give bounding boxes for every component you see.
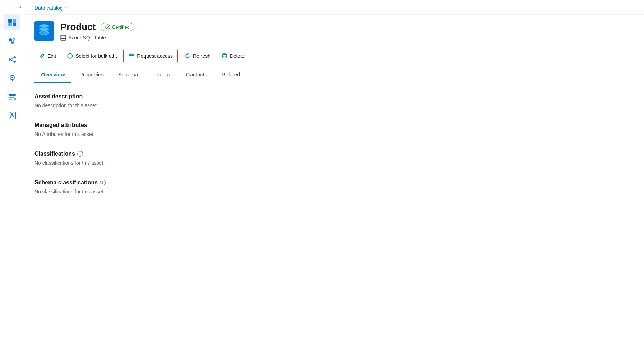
managed-attributes-value: No Attributes for this asset. — [34, 131, 634, 137]
svg-rect-34 — [61, 35, 66, 40]
bulk-edit-label: Select for bulk edit — [75, 53, 117, 59]
classifications-value: No classifications for this asset. — [34, 160, 634, 166]
classifications-title: Classifications i — [34, 151, 634, 157]
certified-icon — [105, 24, 110, 29]
schema-classifications-info-icon[interactable]: i — [100, 180, 106, 185]
svg-rect-1 — [13, 19, 16, 23]
certified-label: Certified — [112, 24, 129, 30]
refresh-icon — [184, 53, 191, 59]
breadcrumb: Data catalog › — [24, 0, 644, 15]
sidebar-item-management[interactable] — [4, 89, 20, 105]
main-content: Data catalog › SQL Product — [24, 0, 644, 362]
edit-icon — [39, 53, 45, 59]
delete-label: Delete — [230, 53, 244, 59]
tab-schema[interactable]: Schema — [112, 66, 144, 83]
tab-properties[interactable]: Properties — [73, 66, 110, 83]
sidebar-item-data-map[interactable] — [4, 33, 20, 49]
edit-button[interactable]: Edit — [34, 50, 60, 62]
svg-point-10 — [9, 58, 11, 61]
svg-rect-3 — [13, 23, 16, 26]
header-title-row: Product Certified — [60, 22, 134, 33]
svg-rect-20 — [9, 97, 14, 98]
asset-description-value: No description for this asset. — [34, 103, 634, 108]
schema-classifications-title: Schema classifications i — [34, 179, 634, 186]
content-area: Asset description No description for thi… — [24, 83, 644, 362]
expand-icon[interactable]: » — [18, 4, 21, 10]
table-icon — [60, 35, 66, 41]
breadcrumb-label[interactable]: Data catalog — [34, 5, 63, 11]
classifications-section: Classifications i No classifications for… — [34, 151, 634, 166]
refresh-button[interactable]: Refresh — [180, 50, 215, 62]
tab-overview[interactable]: Overview — [34, 66, 71, 83]
delete-button[interactable]: Delete — [217, 50, 249, 62]
managed-attributes-section: Managed attributes No Attributes for thi… — [34, 122, 634, 137]
svg-point-26 — [11, 113, 13, 116]
tab-contacts[interactable]: Contacts — [180, 66, 214, 83]
schema-classifications-section: Schema classifications i No classificati… — [34, 179, 634, 194]
bulk-edit-button[interactable]: Select for bulk edit — [62, 50, 121, 62]
delete-icon — [221, 53, 228, 59]
svg-point-12 — [14, 61, 16, 63]
tabs: Overview Properties Schema Lineage Conta… — [24, 66, 644, 83]
svg-text:SQL: SQL — [41, 31, 48, 35]
svg-point-18 — [11, 77, 13, 78]
request-access-label: Request access — [137, 53, 173, 59]
bulk-edit-icon — [67, 53, 73, 59]
managed-attributes-title: Managed attributes — [34, 122, 634, 128]
asset-description-title: Asset description — [34, 93, 634, 100]
tab-related[interactable]: Related — [215, 66, 247, 83]
svg-rect-2 — [8, 23, 12, 26]
request-access-button[interactable]: Request access — [123, 50, 178, 62]
svg-rect-21 — [9, 99, 12, 100]
refresh-label: Refresh — [193, 53, 210, 59]
header-subtitle: Azure SQL Table — [60, 35, 134, 41]
svg-rect-41 — [129, 54, 134, 58]
request-access-icon — [128, 53, 135, 59]
page-title: Product — [60, 22, 96, 33]
asset-description-section: Asset description No description for thi… — [34, 93, 634, 108]
certified-badge: Certified — [101, 23, 134, 31]
svg-rect-42 — [222, 55, 227, 58]
sidebar: » — [0, 0, 24, 362]
edit-label: Edit — [47, 53, 56, 59]
asset-icon: SQL — [34, 21, 54, 41]
asset-header: SQL Product Certified — [24, 15, 644, 46]
sidebar-item-data-sharing[interactable] — [4, 52, 20, 67]
breadcrumb-chevron: › — [65, 5, 67, 11]
svg-rect-19 — [9, 94, 16, 96]
svg-point-11 — [14, 56, 16, 58]
sidebar-expand-button[interactable]: » — [0, 4, 24, 10]
sidebar-item-data-catalog[interactable] — [4, 14, 20, 30]
svg-line-14 — [11, 60, 14, 61]
svg-rect-0 — [8, 19, 12, 23]
schema-classifications-value: No classifications for this asset. — [34, 189, 634, 194]
svg-line-13 — [11, 58, 14, 59]
asset-type-label: Azure SQL Table — [68, 35, 106, 41]
sidebar-item-governance[interactable] — [4, 108, 20, 123]
sidebar-item-insights[interactable] — [4, 70, 20, 86]
toolbar: Edit Select for bulk edit Request access — [24, 46, 644, 66]
classifications-info-icon[interactable]: i — [77, 151, 83, 157]
header-info: Product Certified Az — [60, 22, 134, 41]
tab-lineage[interactable]: Lineage — [146, 66, 178, 83]
